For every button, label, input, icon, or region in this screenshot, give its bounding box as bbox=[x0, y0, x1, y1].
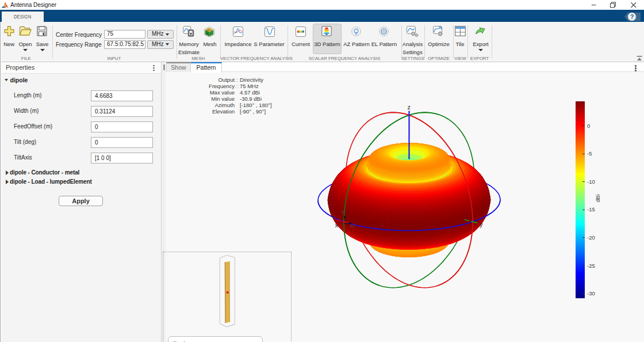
svg-text:az: az bbox=[350, 223, 355, 229]
svg-text:y: y bbox=[480, 221, 483, 228]
svg-text:?: ? bbox=[630, 13, 634, 20]
svg-text:z: z bbox=[408, 104, 411, 111]
svg-text:el: el bbox=[342, 209, 346, 215]
svg-text:x: x bbox=[335, 222, 339, 229]
